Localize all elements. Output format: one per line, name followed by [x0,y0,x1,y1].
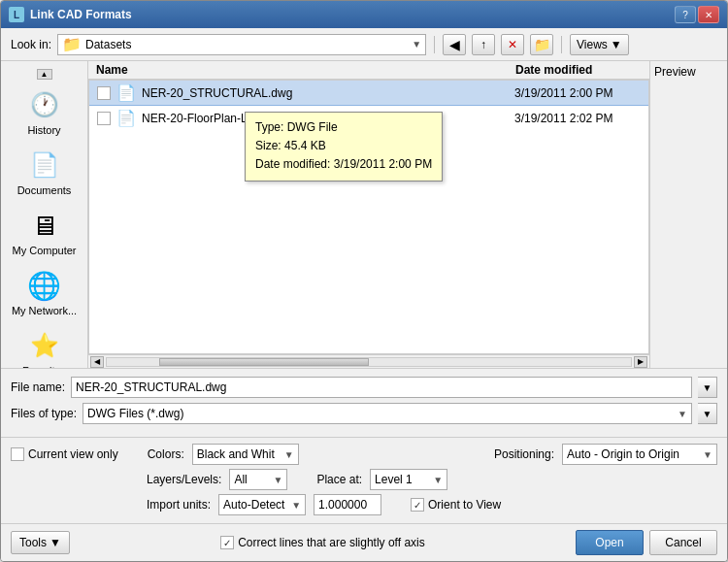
file-type-combo[interactable]: DWG Files (*.dwg) ▼ [83,403,692,424]
layers-arrow-icon: ▼ [273,475,282,485]
file-type-label: Files of type: [11,407,77,420]
positioning-arrow-icon: ▼ [703,449,712,460]
orient-to-view-checkbox[interactable]: Orient to View [411,498,501,512]
preview-panel: Preview [649,61,727,368]
tooltip-type-value: DWG File [287,120,338,134]
help-button[interactable]: ? [675,6,696,23]
file-list[interactable]: 📄 NER-20_STRUCTURAL.dwg 3/19/2011 2:00 P… [88,80,649,354]
look-in-combo[interactable]: 📁 Datasets ▼ [57,34,426,55]
table-row[interactable]: 📄 NER-20_STRUCTURAL.dwg 3/19/2011 2:00 P… [89,81,648,106]
sidebar-scroll-up[interactable]: ▲ [37,69,52,80]
options-row-1: Current view only Colors: Black and Whit… [11,444,717,465]
toolbar-divider-1 [434,36,435,53]
place-at-label: Place at: [316,473,362,486]
tooltip-date-value: 3/19/2011 2:00 PM [334,157,432,171]
folder-icon: 📁 [62,35,82,53]
correct-lines-checkbox[interactable]: Correct lines that are slightly off axis [220,536,425,549]
tools-arrow-icon: ▼ [50,536,61,549]
file-type-value: DWG Files (*.dwg) [87,407,183,420]
sidebar-my-computer-label: My Computer [12,245,76,256]
options-row-2: Layers/Levels: All ▼ Place at: Level 1 ▼ [11,469,717,490]
tooltip-type-label: Type: [255,120,283,134]
positioning-label: Positioning: [494,447,554,461]
documents-icon: 📄 [27,148,62,182]
hscroll-thumb[interactable] [159,358,369,366]
up-button[interactable]: ↑ [472,34,495,55]
views-button[interactable]: Views ▼ [570,34,629,55]
back-button[interactable]: ◀ [443,34,466,55]
current-view-only-check[interactable] [11,447,24,461]
file-name-label: File name: [11,380,65,394]
place-at-arrow-icon: ▼ [433,475,443,485]
correct-lines-label: Correct lines that are slightly off axis [238,536,425,549]
file-date-1: 3/19/2011 2:00 PM [514,86,641,100]
sidebar-item-my-computer[interactable]: 🖥 My Computer [6,204,83,260]
sidebar-item-my-network[interactable]: 🌐 My Network... [6,264,83,320]
sidebar-item-documents[interactable]: 📄 Documents [6,144,83,200]
hscroll-left[interactable]: ◀ [90,356,104,368]
cancel-button[interactable]: Cancel [649,530,717,555]
title-bar: L Link CAD Formats ? ✕ [1,1,727,28]
my-computer-icon: 🖥 [27,208,62,243]
history-icon: 🕐 [27,87,62,122]
sidebar-my-network-label: My Network... [12,305,77,316]
tooltip-date-label: Date modified: [255,157,330,171]
file-name-dropdown-btn[interactable]: ▼ [698,377,717,398]
col-name-header: Name [96,63,515,77]
app-icon: L [9,7,24,22]
import-units-value: Auto-Detect [223,498,284,512]
layers-label: Layers/Levels: [147,473,221,486]
colors-label: Colors: [148,447,184,461]
correct-lines-check[interactable] [220,536,234,549]
correct-lines-area: Correct lines that are slightly off axis [70,536,576,549]
colors-combo[interactable]: Black and Whit ▼ [192,444,299,465]
import-units-combo[interactable]: Auto-Detect ▼ [218,494,306,515]
file-name-input[interactable] [71,377,692,398]
new-folder-button[interactable]: 📁 [530,34,553,55]
options-area: Current view only Colors: Black and Whit… [1,437,727,523]
place-at-value: Level 1 [375,473,413,486]
views-arrow-icon: ▼ [611,38,622,51]
hscroll-area[interactable]: ◀ ▶ [88,354,649,368]
current-view-only-label: Current view only [28,447,118,461]
import-units-arrow-icon: ▼ [291,500,301,511]
file-date-2: 3/19/2011 2:02 PM [514,112,641,125]
delete-button[interactable]: ✕ [501,34,524,55]
views-label: Views [577,38,608,51]
tooltip-size-value: 45.4 KB [284,139,326,152]
file-checkbox-2[interactable] [97,112,111,125]
current-view-only-checkbox[interactable]: Current view only [11,447,118,461]
favorites-icon: ⭐ [27,328,62,363]
action-buttons: Open Cancel [576,530,717,555]
look-in-label: Look in: [11,38,51,51]
orient-to-view-label: Orient to View [428,498,501,512]
sidebar-item-favorites[interactable]: ⭐ Favorites [6,324,83,368]
look-in-arrow: ▼ [412,39,421,50]
delete-icon: ✕ [508,38,517,51]
colors-value: Black and Whit [197,447,275,461]
sidebar-item-history[interactable]: 🕐 History [6,83,83,140]
col-date-header: Date modified [515,63,642,77]
file-type-arrow: ▼ [678,409,687,419]
back-icon: ◀ [449,37,460,52]
place-at-combo[interactable]: Level 1 ▼ [370,469,447,490]
file-name-row: File name: ▼ [11,377,717,398]
file-type-dropdown-btn[interactable]: ▼ [698,403,717,424]
hscroll-right[interactable]: ▶ [634,356,647,368]
file-list-header: Name Date modified [88,61,649,80]
positioning-combo[interactable]: Auto - Origin to Origin ▼ [562,444,717,465]
file-checkbox-1[interactable] [97,86,111,100]
sidebar: ▲ 🕐 History 📄 Documents 🖥 My Computer 🌐 … [1,61,88,368]
orient-to-view-check[interactable] [411,498,424,512]
window-title: Link CAD Formats [30,8,675,21]
tools-button[interactable]: Tools ▼ [11,531,70,554]
close-button[interactable]: ✕ [698,6,719,23]
open-button[interactable]: Open [576,530,644,555]
bottom-row: Tools ▼ Correct lines that are slightly … [1,523,727,561]
sidebar-documents-label: Documents [17,184,72,196]
layers-combo[interactable]: All ▼ [229,469,287,490]
hscroll-track[interactable] [106,357,632,367]
import-units-number-input[interactable] [314,494,381,515]
tools-label: Tools [19,536,47,549]
options-row-3: Import units: Auto-Detect ▼ Orient to Vi… [11,494,717,515]
